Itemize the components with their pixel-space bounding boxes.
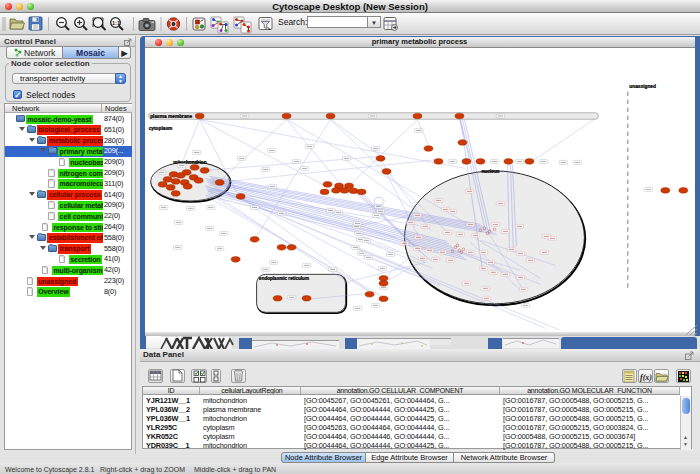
svg-text:nucleus: nucleus (481, 168, 499, 173)
svg-text:unassigned: unassigned (629, 84, 656, 89)
svg-text:1:1: 1:1 (112, 20, 120, 26)
svg-text:endoplasmic reticulum: endoplasmic reticulum (259, 275, 309, 280)
svg-text:cytoplasm: cytoplasm (148, 126, 172, 131)
svg-text:f(x): f(x) (640, 373, 652, 382)
svg-text:plasma membrane: plasma membrane (150, 113, 192, 118)
